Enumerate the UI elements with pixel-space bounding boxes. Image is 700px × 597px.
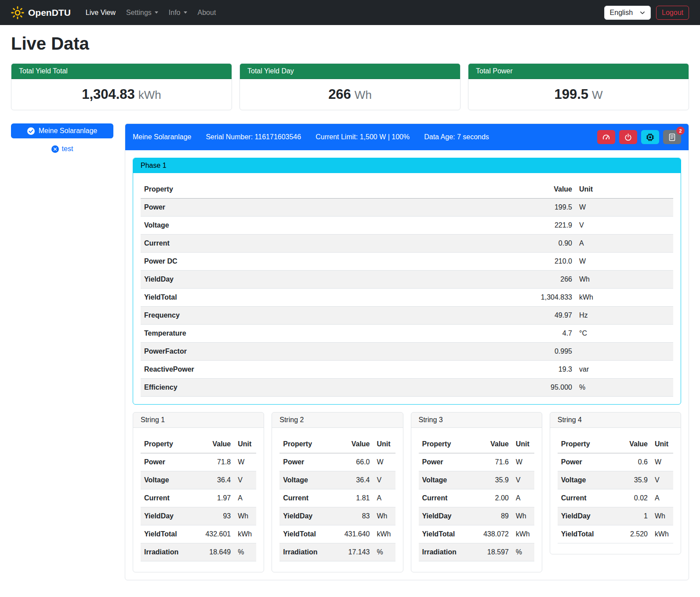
table-row: YieldTotal 2.520 kWh [558, 525, 673, 543]
value-cell: 1,304.833 [519, 289, 576, 307]
table-row: Voltage 36.4 V [279, 471, 395, 489]
inverter-panel: Meine Solaranlage Serial Number: 1161716… [125, 123, 689, 580]
string-card-body: Property Value Unit Power 0.6 [550, 428, 681, 554]
value-cell: 4.7 [519, 325, 576, 343]
string-card-body: Property Value Unit Power 66.0 [272, 428, 403, 572]
property-header: Property [558, 435, 618, 453]
nav-item-label: About [198, 9, 216, 17]
table-row: Voltage 36.4 V [141, 471, 256, 489]
table-row: YieldTotal 432.601 kWh [141, 525, 256, 543]
nav-item-live-view[interactable]: Live View [80, 5, 121, 20]
property-cell: Frequency [141, 307, 519, 325]
unit-cell: Wh [234, 507, 256, 525]
table-row: Voltage 35.9 V [558, 471, 673, 489]
power-icon [624, 133, 632, 141]
property-cell: Power [419, 453, 479, 471]
logout-button[interactable]: Logout [656, 6, 689, 20]
value-cell: 266 [519, 271, 576, 289]
value-cell: 18.649 [201, 543, 234, 561]
inverter-item-label: test [62, 145, 73, 153]
property-cell: PowerFactor [141, 343, 519, 361]
property-cell: YieldDay [279, 507, 340, 525]
property-cell: YieldTotal [141, 525, 201, 543]
nav-item-settings[interactable]: Settings [121, 5, 163, 20]
language-select[interactable]: English [604, 6, 651, 20]
unit-cell: A [512, 489, 534, 507]
summary-card-title: Total Power [468, 64, 689, 79]
property-cell: Power [141, 453, 201, 471]
nav-item-info[interactable]: Info [163, 5, 192, 20]
nav-right: English Logout [604, 6, 689, 20]
table-row: Voltage 221.9 V [141, 217, 673, 235]
value-header: Value [479, 435, 512, 453]
value-cell: 36.4 [201, 471, 234, 489]
value-cell: 199.5 [519, 199, 576, 217]
event-log-button[interactable]: 2 [663, 130, 681, 144]
string-table: Property Value Unit Power 0.6 [558, 435, 673, 543]
summary-card-title: Total Yield Total [11, 64, 232, 79]
property-cell: Irradiation [141, 543, 201, 561]
string-card-title: String 3 [411, 412, 542, 428]
value-cell: 19.3 [519, 361, 576, 379]
gauge-icon [602, 133, 610, 141]
brand[interactable]: OpenDTU [11, 6, 71, 19]
unit-cell: W [512, 453, 534, 471]
limit-settings-button[interactable] [597, 130, 615, 144]
property-cell: Current [141, 489, 201, 507]
inverter-select-button[interactable]: Meine Solaranlage [11, 123, 113, 138]
language-select-value: English [610, 9, 633, 17]
table-row: Irradiation 18.649 % [141, 543, 256, 561]
property-cell: Current [141, 235, 519, 253]
table-row: YieldDay 266 Wh [141, 271, 673, 289]
value-header: Value [519, 181, 576, 199]
table-row: Current 1.81 A [279, 489, 395, 507]
cpu-icon [646, 133, 654, 141]
property-cell: Current [279, 489, 340, 507]
value-header: Value [340, 435, 374, 453]
unit-cell: Wh [651, 507, 673, 525]
table-header-row: Property Value Unit [419, 435, 534, 453]
value-cell: 35.9 [479, 471, 512, 489]
unit-cell: Wh [576, 271, 673, 289]
unit-cell [576, 343, 673, 361]
table-row: Current 0.90 A [141, 235, 673, 253]
value-cell: 0.02 [618, 489, 651, 507]
string-card-body: Property Value Unit Power 71.8 [133, 428, 264, 572]
unit-header: Unit [374, 435, 395, 453]
table-header-row: Property Value Unit [279, 435, 395, 453]
unit-header: Unit [234, 435, 256, 453]
inverter-item-test[interactable]: test [11, 145, 113, 153]
string-table: Property Value Unit Power 71.6 [419, 435, 534, 561]
property-cell: YieldTotal [419, 525, 479, 543]
table-row: Power DC 210.0 W [141, 253, 673, 271]
inverter-data-age: Data Age: 7 seconds [424, 133, 489, 141]
summary-unit: Wh [355, 88, 372, 101]
string-card-title: String 1 [133, 412, 264, 428]
table-row: YieldDay 1 Wh [558, 507, 673, 525]
table-row: PowerFactor 0.995 [141, 343, 673, 361]
value-cell: 36.4 [340, 471, 374, 489]
power-button[interactable] [619, 130, 637, 144]
device-info-button[interactable] [641, 130, 659, 144]
page-title: Live Data [11, 34, 689, 54]
chevron-down-icon [640, 10, 645, 15]
unit-cell: °C [576, 325, 673, 343]
unit-cell: var [576, 361, 673, 379]
property-cell: YieldTotal [279, 525, 340, 543]
brand-label: OpenDTU [28, 7, 71, 18]
string-table: Property Value Unit Power 66.0 [279, 435, 395, 561]
property-cell: ReactivePower [141, 361, 519, 379]
value-cell: 1.81 [340, 489, 374, 507]
value-header: Value [618, 435, 651, 453]
nav-item-about[interactable]: About [192, 5, 221, 20]
unit-header: Unit [651, 435, 673, 453]
value-cell: 1.97 [201, 489, 234, 507]
summary-value: 266 [328, 87, 351, 102]
top-navbar: OpenDTU Live View Settings Info About En… [0, 0, 700, 25]
string-card-3: String 3 Property Value Unit [411, 412, 542, 572]
table-header-row: Property Value Unit [141, 181, 673, 199]
value-cell: 1 [618, 507, 651, 525]
table-row: Irradiation 17.143 % [279, 543, 395, 561]
value-cell: 0.995 [519, 343, 576, 361]
property-cell: YieldTotal [558, 525, 618, 543]
